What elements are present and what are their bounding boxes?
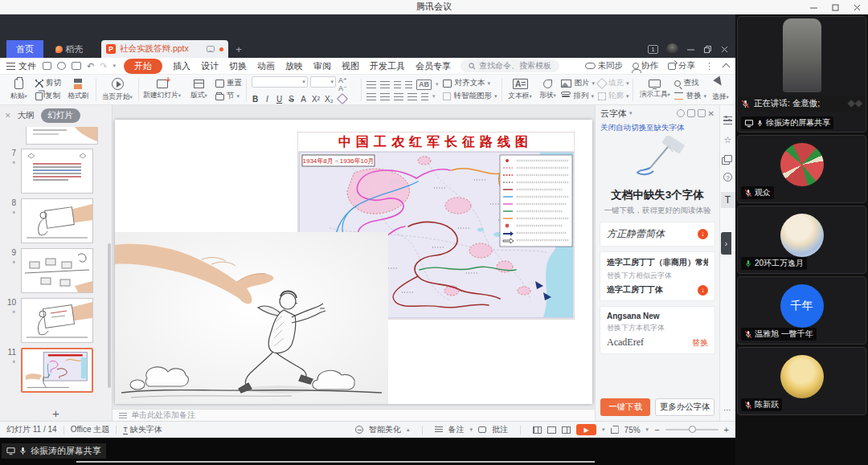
bullet-list-icon[interactable] bbox=[366, 81, 376, 88]
sync-status[interactable]: 未同步 bbox=[585, 60, 624, 71]
outline-tab[interactable]: 大纲 bbox=[18, 110, 35, 121]
slide-sorter-icon[interactable] bbox=[547, 426, 556, 434]
wps-restore-icon[interactable] bbox=[703, 45, 712, 54]
tab-slideshow[interactable]: 放映 bbox=[285, 60, 303, 72]
section-button[interactable]: 节▾ bbox=[215, 91, 242, 101]
align-right-icon[interactable] bbox=[394, 93, 403, 100]
download-all-button[interactable]: 一键下载 bbox=[600, 398, 650, 416]
comments-icon[interactable] bbox=[478, 426, 486, 433]
beautify-icon[interactable] bbox=[355, 426, 363, 434]
slideshow-play-button[interactable]: ▶ bbox=[576, 424, 596, 435]
thumbnail-slide-7[interactable] bbox=[21, 149, 93, 194]
subscript-button[interactable]: X₂ bbox=[325, 95, 334, 104]
collapse-ribbon-icon[interactable] bbox=[723, 63, 731, 71]
picture-button[interactable]: 图片▾ bbox=[561, 78, 595, 88]
thumbnail-slide-8[interactable] bbox=[21, 198, 93, 243]
notes-toggle-icon[interactable] bbox=[435, 426, 443, 433]
play-from-current-button[interactable]: 当页开始▾ bbox=[99, 78, 136, 102]
text-tool-tab[interactable]: T bbox=[721, 192, 735, 208]
video-tile[interactable]: 观众 bbox=[737, 135, 866, 203]
tab-document[interactable]: P 社会实践答辩.pptx bbox=[101, 40, 228, 58]
panel-scrollbar[interactable] bbox=[108, 243, 111, 388]
replace-font-link[interactable]: 替换 bbox=[692, 337, 708, 349]
tab-review[interactable]: 审阅 bbox=[313, 60, 331, 72]
zoom-level[interactable]: 75% bbox=[624, 426, 641, 434]
thumbnail-slide-6-partial[interactable] bbox=[26, 127, 98, 145]
panel-close-icon[interactable]: ✕ bbox=[708, 109, 714, 118]
font-color-button[interactable]: A bbox=[300, 95, 307, 104]
comments-label[interactable]: 批注 bbox=[492, 424, 508, 435]
align-center-icon[interactable] bbox=[380, 93, 390, 100]
feedback-icon[interactable] bbox=[677, 109, 685, 117]
notes-bar[interactable]: 单击此处添加备注 bbox=[113, 409, 595, 421]
tab-design[interactable]: 设计 bbox=[201, 60, 219, 72]
textbox-button[interactable]: A=文本框▾ bbox=[505, 79, 535, 101]
zoom-knob[interactable] bbox=[689, 426, 696, 433]
help-icon[interactable]: ? bbox=[723, 173, 732, 182]
video-tile-screen-share[interactable]: 正在讲话: 金意傲; ◆◆ 徐振涛的屏幕共享 bbox=[737, 16, 866, 133]
tab-insert[interactable]: 插入 bbox=[173, 60, 190, 72]
share-button[interactable]: 分享 bbox=[668, 60, 695, 71]
underline-button[interactable]: U bbox=[276, 95, 283, 104]
bold-button[interactable]: B bbox=[252, 95, 259, 104]
missing-fonts-status[interactable]: 缺失字体 bbox=[130, 424, 162, 435]
panel-close-icon[interactable]: ✕ bbox=[5, 112, 11, 120]
align-left-icon[interactable] bbox=[366, 93, 376, 100]
font-card[interactable]: 造字工房丁丁（非商用）常规体 替换下方相似云字体 造字工房丁丁体 ↓ bbox=[600, 252, 714, 300]
file-menu[interactable]: 文件 bbox=[6, 60, 36, 72]
redo-icon[interactable]: ↷ bbox=[100, 61, 107, 71]
video-tile[interactable]: 20环工万逸月 bbox=[737, 206, 866, 274]
tab-devtools[interactable]: 开发工具 bbox=[370, 60, 405, 72]
font-card[interactable]: 方正静蕾简体 ↓ bbox=[600, 222, 714, 246]
font-size-select[interactable]: ▾ bbox=[310, 76, 336, 88]
panes-icon[interactable] bbox=[724, 155, 732, 162]
command-search[interactable]: 查找命令、搜索模板 bbox=[461, 59, 559, 72]
download-icon[interactable]: ↓ bbox=[698, 285, 708, 296]
paste-button[interactable]: 粘贴▾ bbox=[3, 79, 34, 101]
copy-button[interactable]: 复制 bbox=[35, 91, 61, 101]
zoom-in-button[interactable]: + bbox=[724, 425, 729, 434]
download-icon[interactable]: ↓ bbox=[698, 229, 708, 239]
notification-icon[interactable]: 1 bbox=[648, 45, 658, 54]
notes-toggle-label[interactable]: 备注 bbox=[448, 424, 465, 435]
minimize-icon[interactable] bbox=[809, 3, 818, 12]
increase-indent-icon[interactable] bbox=[405, 81, 412, 88]
tab-member[interactable]: 会员专享 bbox=[416, 60, 451, 72]
customize-caret-icon[interactable]: ▾ bbox=[113, 63, 116, 69]
new-slide-button[interactable]: 新建幻灯片▾ bbox=[141, 80, 183, 100]
font-family-select[interactable]: ▾ bbox=[252, 76, 308, 88]
tab-animation[interactable]: 动画 bbox=[257, 60, 275, 72]
reading-view-icon[interactable] bbox=[562, 426, 571, 434]
select-button[interactable]: 选择▾ bbox=[708, 77, 732, 102]
replace-button[interactable]: 替换▾ bbox=[674, 91, 706, 101]
zoom-slider[interactable] bbox=[665, 429, 719, 430]
wps-minimize-icon[interactable] bbox=[686, 45, 695, 54]
print-icon[interactable] bbox=[57, 62, 66, 70]
tab-view[interactable]: 视图 bbox=[342, 60, 359, 72]
close-icon[interactable] bbox=[853, 3, 862, 12]
format-painter-button[interactable]: 格式刷 bbox=[63, 79, 93, 101]
comment-bubble-icon[interactable] bbox=[207, 46, 215, 52]
video-tile[interactable]: 陈新跃 bbox=[737, 347, 866, 415]
panel-caret-icon[interactable]: ▾ bbox=[629, 110, 633, 116]
add-slide-button[interactable]: + bbox=[0, 405, 112, 421]
normal-view-icon[interactable] bbox=[533, 426, 542, 434]
strikethrough-button[interactable]: S bbox=[288, 95, 295, 104]
thumbnail-slide-10[interactable] bbox=[21, 298, 93, 343]
theme-name[interactable]: Office 主题 bbox=[71, 424, 110, 435]
pin-icon[interactable] bbox=[698, 109, 706, 117]
cut-button[interactable]: 剪切 bbox=[35, 78, 61, 88]
tab-home[interactable]: 首页 bbox=[6, 40, 43, 58]
wps-close-icon[interactable] bbox=[720, 45, 729, 54]
account-avatar[interactable] bbox=[666, 43, 678, 55]
italic-button[interactable]: I bbox=[264, 95, 271, 104]
find-button[interactable]: 查找 bbox=[674, 78, 706, 88]
thumbnail-slide-9[interactable] bbox=[21, 248, 93, 293]
collapse-panel-chevron[interactable]: › bbox=[721, 232, 731, 255]
smart-graphic-button[interactable]: 转智能图形▾ bbox=[443, 91, 497, 101]
shape-button[interactable]: 形状▾ bbox=[535, 80, 559, 100]
highlight-icon[interactable] bbox=[336, 93, 347, 104]
numbered-list-icon[interactable] bbox=[380, 81, 390, 88]
thumbnail-slide-11-selected[interactable] bbox=[21, 348, 93, 393]
align-text-button[interactable]: 对齐文本▾ bbox=[443, 78, 497, 88]
